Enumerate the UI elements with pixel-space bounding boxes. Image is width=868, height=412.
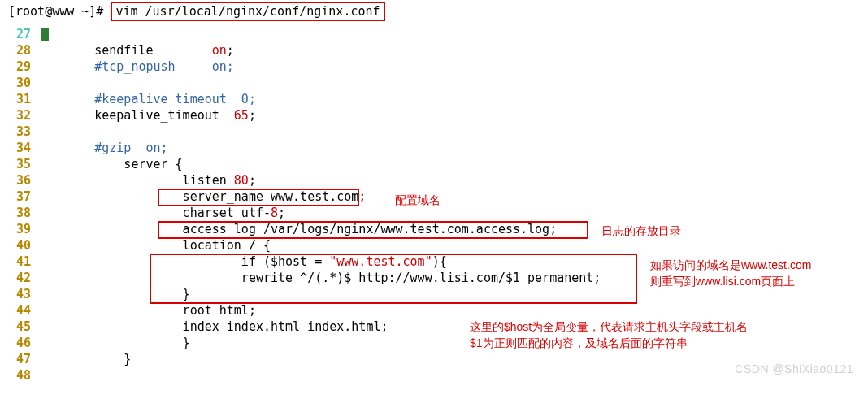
line-number: 44 (0, 302, 36, 319)
line-number: 33 (0, 124, 36, 140)
shell-command-box: vim /usr/local/nginx/conf/nginx.conf (111, 2, 384, 21)
shell-prompt: [root@www ~]# (8, 4, 111, 19)
code-line: charset utf-8; (36, 205, 285, 221)
code-line: if ($host = "www.test.com"){ (36, 254, 447, 270)
watermark: CSDN @ShiXiao0121 (735, 361, 853, 377)
line-number: 43 (0, 286, 36, 302)
annotation-logdir: 日志的存放目录 (601, 223, 681, 239)
line-number: 45 (0, 319, 36, 335)
annotation-rewrite-2: 则重写到www.lisi.com页面上 (650, 273, 795, 289)
line-number: 34 (0, 140, 36, 156)
line-number: 40 (0, 237, 36, 254)
line-number: 41 (0, 254, 36, 270)
line-number: 39 (0, 221, 36, 237)
line-number: 29 (0, 59, 36, 75)
code-line: } (36, 286, 190, 302)
code-line: } (36, 335, 190, 351)
code-line: keepalive_timeout 65; (36, 107, 256, 124)
line-number: 31 (0, 91, 36, 107)
code-line: server_name www.test.com; (36, 189, 366, 205)
annotation-domain: 配置域名 (395, 192, 441, 208)
line-number: 28 (0, 42, 36, 59)
code-line: root html; (36, 302, 256, 319)
shell-prompt-line: [root@www ~]# vim /usr/local/nginx/conf/… (0, 0, 868, 26)
line-number: 35 (0, 156, 36, 172)
code-line: } (36, 351, 131, 367)
annotation-rewrite-1: 如果访问的域名是www.test.com (650, 257, 811, 273)
code-line-comment: #keepalive_timeout 0; (36, 91, 256, 107)
code-line: location / { (36, 237, 271, 254)
code-line: sendfile on; (36, 42, 234, 59)
line-number: 48 (0, 367, 36, 384)
annotation-host-2: $1为正则匹配的内容，及域名后面的字符串 (470, 335, 688, 351)
code-line: access_log /var/logs/nginx/www.test.com.… (36, 221, 557, 237)
line-number: 42 (0, 270, 36, 286)
vim-cursor (41, 28, 49, 41)
line-number: 36 (0, 172, 36, 189)
code-line: rewrite ^/(.*)$ http://www.lisi.com/$1 p… (36, 270, 601, 286)
line-number: 38 (0, 205, 36, 221)
code-line: listen 80; (36, 172, 256, 189)
annotation-host-1: 这里的$host为全局变量，代表请求主机头字段或主机名 (470, 319, 748, 335)
shell-command: vim /usr/local/nginx/conf/nginx.conf (115, 4, 380, 19)
line-number: 37 (0, 189, 36, 205)
line-number: 32 (0, 107, 36, 124)
line-number: 46 (0, 335, 36, 351)
line-number: 27 (0, 26, 36, 42)
code-line-comment: #tcp_nopush on; (36, 59, 234, 75)
code-area: 27 28 sendfile on; 29 #tcp_nopush on; 30… (0, 26, 868, 384)
code-line: server { (36, 156, 183, 172)
code-line-comment: #gzip on; (36, 140, 168, 156)
code-line: index index.html index.html; (36, 319, 388, 335)
line-number: 47 (0, 351, 36, 367)
line-number: 30 (0, 75, 36, 91)
